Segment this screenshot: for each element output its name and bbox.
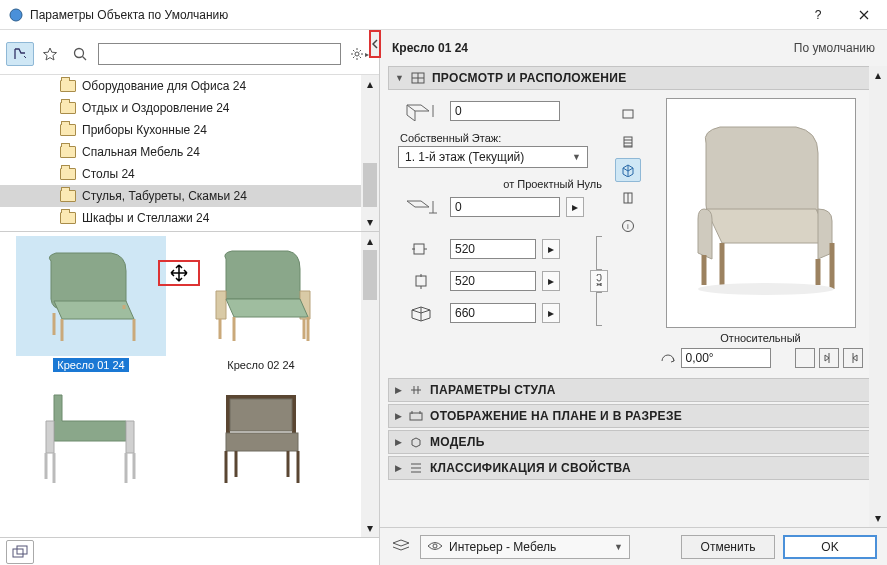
app-icon — [8, 7, 24, 23]
link-dimensions-toggle[interactable] — [590, 236, 608, 326]
tree-row[interactable]: Оборудование для Офиса 24 — [0, 75, 379, 97]
svg-point-2 — [355, 52, 359, 56]
tree-scrollbar[interactable]: ▴ ▾ — [361, 75, 379, 231]
thumbnail-item[interactable] — [176, 376, 346, 500]
folder-icon — [60, 146, 76, 158]
thumbnail-item[interactable]: Кресло 02 24 — [176, 236, 346, 372]
scroll-down-icon[interactable]: ▾ — [361, 519, 379, 537]
tree-item-label: Приборы Кухонные 24 — [82, 123, 207, 137]
mirror-checkbox[interactable] — [795, 348, 815, 368]
disclosure-triangle-icon: ▼ — [395, 73, 404, 83]
anchor-z-input[interactable]: 0 — [450, 101, 560, 121]
preview-column: Относительный 0,00° — [648, 98, 873, 368]
tree-row[interactable]: Стулья, Табуреты, Скамьи 24 — [0, 185, 379, 207]
close-button[interactable] — [841, 0, 887, 30]
panel-header-classification[interactable]: ▶ КЛАССИФИКАЦИЯ И СВОЙСТВА — [388, 456, 879, 480]
eye-icon — [427, 540, 443, 554]
scroll-thumb[interactable] — [363, 163, 377, 207]
thumbnail-label — [257, 498, 265, 500]
panel-header-plan[interactable]: ▶ ОТОБРАЖЕНИЕ НА ПЛАНЕ И В РАЗРЕЗЕ — [388, 404, 879, 428]
dialog-footer: Интерьер - Мебель ▼ Отменить OK — [380, 527, 887, 565]
view-2d-toggle[interactable] — [615, 102, 641, 126]
scroll-up-icon[interactable]: ▴ — [361, 232, 379, 250]
panel-title: МОДЕЛЬ — [430, 435, 485, 449]
layer-value: Интерьер - Мебель — [449, 540, 556, 554]
scroll-down-icon[interactable]: ▾ — [361, 213, 379, 231]
help-button[interactable]: ? — [795, 0, 841, 30]
scroll-up-icon[interactable]: ▴ — [361, 75, 379, 93]
thumbs-scrollbar[interactable]: ▴ ▾ — [361, 232, 379, 537]
titlebar: Параметры Объекта по Умолчанию ? — [0, 0, 887, 30]
dim-z-popup[interactable]: ▸ — [542, 303, 560, 323]
thumbnail-item[interactable]: Кресло 01 24 — [6, 236, 176, 372]
folder-tree: Оборудование для Офиса 24 Отдых и Оздоро… — [0, 74, 379, 232]
tree-row[interactable]: Столы 24 — [0, 163, 379, 185]
panel-header-model[interactable]: ▶ МОДЕЛЬ — [388, 430, 879, 454]
positioning-fields: 0 Собственный Этаж: 1. 1-й этаж (Текущий… — [398, 98, 608, 368]
preview-3d[interactable] — [666, 98, 856, 328]
svg-rect-16 — [410, 413, 422, 420]
search-button[interactable] — [66, 42, 94, 66]
view-elevation-toggle[interactable] — [615, 186, 641, 210]
layer-combo[interactable]: Интерьер - Мебель ▼ — [420, 535, 630, 559]
svg-rect-9 — [416, 276, 426, 286]
pane-collapse-handle[interactable] — [369, 30, 381, 58]
dim-x-input[interactable]: 520 — [450, 239, 536, 259]
plan-icon — [408, 410, 424, 422]
scroll-up-icon[interactable]: ▴ — [869, 66, 887, 84]
tree-row[interactable]: Приборы Кухонные 24 — [0, 119, 379, 141]
rotation-icon — [659, 349, 677, 368]
folder-icon — [60, 168, 76, 180]
panel-title: КЛАССИФИКАЦИЯ И СВОЙСТВА — [430, 461, 631, 475]
scroll-down-icon[interactable]: ▾ — [869, 509, 887, 527]
panel-header-preview[interactable]: ▼ ПРОСМОТР И РАСПОЛОЖЕНИЕ — [388, 66, 879, 90]
view-front-toggle[interactable] — [615, 130, 641, 154]
relative-label: Относительный — [720, 332, 800, 344]
thumbnail-preview — [16, 376, 166, 496]
preview-mode-toggles: i — [608, 98, 648, 368]
thumbnail-preview — [16, 236, 166, 356]
mirror-x-button[interactable] — [819, 348, 839, 368]
browse-button[interactable] — [6, 42, 34, 66]
svg-point-1 — [75, 49, 84, 58]
mirror-y-button[interactable] — [843, 348, 863, 368]
window-title: Параметры Объекта по Умолчанию — [30, 8, 795, 22]
dim-y-icon — [398, 273, 444, 289]
ok-button[interactable]: OK — [783, 535, 877, 559]
settings-header: Кресло 01 24 По умолчанию — [380, 30, 887, 66]
svg-rect-3 — [230, 399, 292, 431]
disclosure-triangle-icon: ▶ — [395, 463, 402, 473]
tree-row[interactable]: Отдых и Оздоровление 24 — [0, 97, 379, 119]
view-info-toggle[interactable]: i — [615, 214, 641, 238]
dim-x-icon — [398, 241, 444, 257]
panel-area: ▼ ПРОСМОТР И РАСПОЛОЖЕНИЕ 0 Собственный … — [380, 66, 887, 527]
dim-x-popup[interactable]: ▸ — [542, 239, 560, 259]
move-cursor-icon — [169, 263, 189, 283]
thumbnail-label — [87, 498, 95, 500]
ref-z-input[interactable]: 0 — [450, 197, 560, 217]
svg-rect-10 — [623, 110, 633, 118]
view-3d-toggle[interactable] — [615, 158, 641, 182]
story-dropdown[interactable]: 1. 1-й этаж (Текущий) ▼ — [398, 146, 588, 168]
scroll-thumb[interactable] — [363, 250, 377, 300]
chevron-down-icon: ▼ — [572, 152, 581, 162]
tree-row[interactable]: Шкафы и Стеллажи 24 — [0, 207, 379, 229]
dim-z-input[interactable]: 660 — [450, 303, 536, 323]
reference-popup-button[interactable]: ▸ — [566, 197, 584, 217]
dim-y-popup[interactable]: ▸ — [542, 271, 560, 291]
panel-header-params[interactable]: ▶ ПАРАМЕТРЫ СТУЛА — [388, 378, 879, 402]
panel-scrollbar[interactable]: ▴ ▾ — [869, 66, 887, 527]
search-input[interactable] — [98, 43, 341, 65]
folder-tree-list[interactable]: Оборудование для Офиса 24 Отдых и Оздоро… — [0, 75, 379, 229]
thumbnail-label: Кресло 01 24 — [53, 358, 128, 372]
folder-icon — [60, 80, 76, 92]
thumbnail-item[interactable] — [6, 376, 176, 500]
library-manager-button[interactable] — [6, 540, 34, 564]
angle-input[interactable]: 0,00° — [681, 348, 771, 368]
anchor-top-icon — [398, 101, 444, 121]
tree-row[interactable]: Спальная Мебель 24 — [0, 141, 379, 163]
favorites-button[interactable] — [36, 42, 64, 66]
dim-y-input[interactable]: 520 — [450, 271, 536, 291]
splitter-handle[interactable] — [158, 260, 200, 286]
cancel-button[interactable]: Отменить — [681, 535, 775, 559]
